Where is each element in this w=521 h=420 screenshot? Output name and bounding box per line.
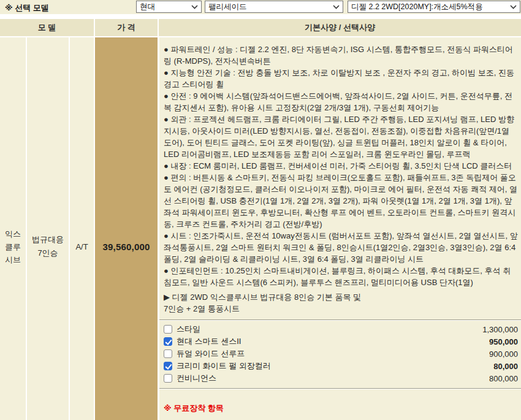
transmission-cell: A/T	[70, 37, 95, 420]
model-selector-label: ※ 선택 모델	[5, 2, 49, 13]
base-specs-list: ● 파워트레인 / 성능 : 디젤 2.2 엔진, 8단 자동변속기, ISG …	[164, 44, 518, 315]
table-header-row: 모 델 가 격 기본사양 / 선택사양	[0, 19, 521, 37]
trim-select-value: 디젤 2.2 2WD[2020MY]:개소세5%적용	[351, 2, 483, 12]
checkbox-checked-icon[interactable]	[164, 362, 172, 370]
option-label: 현대 스마트 센스II	[177, 336, 241, 347]
spec-paragraph: ● 지능형 안전 기술 : 전방 충돌 방지 보조, 차로 이탈방지 보조 , …	[164, 67, 518, 90]
option-price: 950,000	[489, 337, 518, 346]
vehicle-price-cell: 39,560,000	[95, 37, 159, 420]
spec-paragraph: ● 시트 : 인조가죽시트, 운전석 10way전동시트 (럼버서포트 포함),…	[164, 230, 518, 265]
vehicle-trim-line2: 7인승	[37, 246, 58, 260]
trim-select[interactable]: 디젤 2.2 2WD[2020MY]:개소세5%적용	[348, 1, 520, 13]
option-row: 현대 스마트 센스II950,000	[164, 335, 518, 348]
header-specs: 기본사양 / 선택사양	[159, 19, 521, 36]
model-selector-bar: ※ 선택 모델 현대 팰리세이드 디젤 2.2 2WD[2020MY]:개소세5…	[0, 0, 521, 14]
option-row: 스타일1,300,000	[164, 323, 518, 335]
spec-paragraph: ● 편의 : 버튼시동 & 스마트키, 전동식 파킹 브레이크(오토홀드 포함)…	[164, 172, 518, 230]
option-price: 80,000	[493, 362, 518, 371]
vehicle-name-cell: 익스클루시브	[0, 37, 27, 420]
checkbox-unchecked-icon[interactable]	[164, 374, 172, 383]
vehicle-name: 익스클루시브	[3, 227, 23, 266]
model-select-value: 팰리세이드	[208, 2, 247, 12]
vehicle-price: 39,560,000	[102, 242, 150, 252]
section-divider	[159, 319, 521, 321]
option-label: 스타일	[177, 324, 200, 335]
spec-paragraph: ▶ 디젤 2WD 익스클루시브 법규대응 8인승 기본 품목 및	[164, 291, 518, 303]
spec-paragraph: 7인승 + 2열 통풍시트	[164, 303, 518, 315]
car-configurator-page: ※ 선택 모델 현대 팰리세이드 디젤 2.2 2WD[2020MY]:개소세5…	[0, 0, 521, 420]
checkbox-checked-icon[interactable]	[164, 337, 172, 346]
section-divider	[159, 388, 521, 389]
option-label: 크리미 화이트 펄 외장컬러	[177, 361, 271, 372]
chevron-down-icon	[508, 5, 517, 9]
option-row: 듀얼 와이드 선루프900,000	[164, 348, 518, 360]
chevron-down-icon	[330, 5, 340, 9]
checkbox-unchecked-icon[interactable]	[164, 325, 172, 334]
vehicle-trim-line1: 법규대응	[32, 233, 64, 246]
table-body-row: 익스클루시브 법규대응 7인승 A/T 39,560,000 ● 파워트레인 /…	[0, 37, 521, 420]
option-row: 크리미 화이트 펄 외장컬러80,000	[164, 360, 518, 372]
chevron-down-icon	[189, 5, 198, 9]
brand-select[interactable]: 현대	[136, 1, 202, 13]
spec-paragraph: ● 파워트레인 / 성능 : 디젤 2.2 엔진, 8단 자동변속기, ISG …	[164, 44, 518, 67]
spec-paragraph: ● 외관 : 프로젝션 헤드램프, 크롬 라디에이터 그릴, LED 주간 주행…	[164, 113, 518, 160]
options-list: 스타일1,300,000현대 스마트 센스II950,000듀얼 와이드 선루프…	[164, 323, 518, 384]
option-price: 1,300,000	[482, 325, 518, 334]
free-items-list: 블랙박스	[164, 414, 518, 420]
header-price: 가 격	[95, 19, 159, 36]
spacer	[0, 14, 521, 19]
specs-and-options-column: ● 파워트레인 / 성능 : 디젤 2.2 엔진, 8단 자동변속기, ISG …	[159, 37, 521, 420]
transmission-value: A/T	[75, 242, 88, 251]
header-model: 모 델	[0, 19, 95, 36]
free-items-heading: ※ 무료장착 항목	[164, 403, 518, 414]
vehicle-trim-cell: 법규대응 7인승	[27, 37, 70, 420]
option-price: 900,000	[489, 349, 518, 359]
spec-paragraph: ● 안전 : 9 에어백 시스템(앞좌석어드밴스드에어백, 앞좌석사이드, 2열…	[164, 90, 518, 113]
brand-select-value: 현대	[140, 2, 155, 12]
spec-paragraph: ● 인포테인먼트 : 10.25인치 스마트내비게이션, 블루링크, 하이패스 …	[164, 265, 518, 288]
option-label: 컨비니언스	[177, 373, 216, 384]
spec-paragraph: ● 내장 : ECM 룸미러, LED 룸램프, 컨버세이션 미러, 가죽 스티…	[164, 160, 518, 172]
checkbox-unchecked-icon[interactable]	[164, 349, 172, 358]
option-row: 컨비니언스800,000	[164, 372, 518, 384]
option-price: 800,000	[489, 374, 518, 383]
model-select[interactable]: 팰리세이드	[205, 1, 343, 13]
option-label: 듀얼 와이드 선루프	[177, 348, 245, 359]
